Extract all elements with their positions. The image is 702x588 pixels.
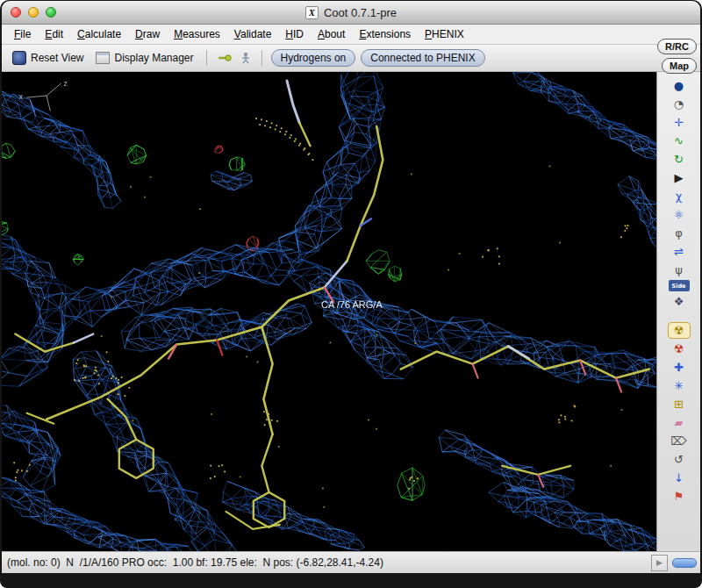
menu-phenix[interactable]: PHENIX (418, 26, 471, 42)
rrc-button[interactable]: R/RC (657, 39, 697, 54)
x11-icon: X (305, 6, 319, 19)
mini-scrollbar[interactable] (672, 558, 697, 568)
zoom-button[interactable] (46, 7, 56, 18)
tool-rotamers[interactable]: ψ (668, 262, 691, 278)
tool-add-terminal-residue[interactable]: ✚ (668, 359, 691, 376)
tool-side-chain-180-flip[interactable]: Side (669, 280, 690, 291)
titlebar[interactable]: X Coot 0.7.1-pre (2, 1, 700, 25)
tool-run-play[interactable]: ▶ (668, 169, 691, 186)
menu-draw[interactable]: Draw (128, 26, 167, 42)
tool-rotate-translate-zone[interactable]: ↻ (668, 151, 691, 168)
close-button[interactable] (11, 7, 21, 18)
window-title: X Coot 0.7.1-pre (2, 6, 700, 19)
molecular-viewport[interactable] (2, 72, 656, 551)
menu-file[interactable]: File (7, 26, 38, 42)
display-manager-icon (96, 52, 110, 64)
menu-about[interactable]: About (311, 26, 352, 42)
side-toolbar-tools: ●◔✛∿↻▶χ⚛φ⇌ψSide❖☢☢✚✳⊞▰⌦↺↓⚑ (656, 72, 700, 551)
viewport-container: CA /76 ARG/A (2, 72, 656, 551)
menu-validate[interactable]: Validate (227, 26, 279, 42)
tool-atom-picker[interactable]: ⚛ (668, 206, 691, 223)
menu-edit[interactable]: Edit (38, 26, 70, 42)
toolbar: Reset View Display Manager Hydrogens on … (2, 45, 700, 72)
toolbar-separator-2 (261, 50, 262, 66)
tool-go-to-bottom[interactable]: ↓ (668, 470, 691, 486)
main-area: CA /76 ARG/A ●◔✛∿↻▶χ⚛φ⇌ψSide❖☢☢✚✳⊞▰⌦↺↓⚑ (2, 72, 700, 551)
statusbar-right: ▶ (651, 552, 697, 573)
tool-display-sphere[interactable]: ● (668, 77, 691, 94)
tool-ligand-builder[interactable]: ❖ (668, 293, 691, 310)
tool-flag-tool[interactable]: ⚑ (668, 488, 691, 505)
key-bindings-button[interactable] (216, 51, 233, 65)
display-manager-label: Display Manager (114, 52, 193, 64)
menubar: File Edit Calculate Draw Measures Valida… (2, 25, 700, 45)
tool-torsion-general[interactable]: φ (668, 225, 691, 241)
coot-window: X Coot 0.7.1-pre File Edit Calculate Dra… (0, 0, 702, 588)
tool-real-space-refine-zone[interactable]: ☢ (668, 322, 691, 339)
figure-button[interactable] (239, 50, 253, 66)
tool-delete-item[interactable]: ⌦ (668, 433, 691, 449)
tool-regularize-zone[interactable]: ☢ (668, 341, 691, 357)
window-title-text: Coot 0.7.1-pre (324, 6, 397, 19)
hydrogens-toggle[interactable]: Hydrogens on (271, 49, 356, 67)
tool-move-molecule[interactable]: ✛ (668, 114, 691, 131)
menu-extensions[interactable]: Extensions (352, 26, 418, 42)
minimize-button[interactable] (28, 7, 39, 18)
map-button[interactable]: Map (662, 58, 697, 74)
tool-add-alt-conf[interactable]: ⊞ (668, 396, 691, 412)
tool-recent-history[interactable]: ◔ (668, 96, 691, 112)
menu-measures[interactable]: Measures (167, 26, 227, 42)
reset-view-button[interactable]: Reset View (9, 49, 87, 67)
tool-undo[interactable]: ↺ (668, 451, 691, 468)
status-text: (mol. no: 0) N /1/A/160 PRO occ: 1.00 bf… (7, 556, 383, 569)
menu-calculate[interactable]: Calculate (70, 26, 128, 42)
reset-view-icon (12, 51, 26, 65)
phenix-status-button[interactable]: Connected to PHENIX (361, 49, 484, 67)
reset-view-label: Reset View (31, 52, 83, 64)
statusbar: (mol. no: 0) N /1/A/160 PRO occ: 1.00 bf… (2, 551, 700, 573)
tool-simple-mutate[interactable]: ▰ (668, 414, 691, 431)
menu-hid[interactable]: HID (278, 26, 311, 42)
display-manager-button[interactable]: Display Manager (92, 50, 197, 66)
key-icon (218, 53, 232, 63)
toolbar-separator (206, 50, 207, 66)
tool-flip-peptide[interactable]: ⇌ (668, 243, 691, 260)
figure-icon (240, 52, 251, 64)
tool-auto-fit-rotamer[interactable]: ✳ (668, 377, 691, 394)
tool-refine-spring[interactable]: ∿ (668, 133, 691, 149)
window-controls (11, 7, 56, 18)
tool-edit-chi-angles[interactable]: χ (668, 188, 691, 204)
expander-icon[interactable]: ▶ (651, 555, 668, 571)
